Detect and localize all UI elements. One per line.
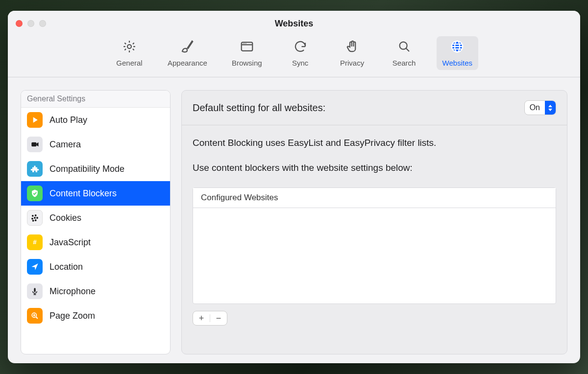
sidebar-item-microphone[interactable]: Microphone [21,279,170,304]
chevron-updown-icon [545,101,556,115]
shield-icon [27,186,43,201]
svg-point-21 [34,217,36,219]
svg-line-30 [36,317,38,319]
svg-point-5 [245,43,246,44]
select-value: On [525,103,545,112]
tab-search[interactable]: Search [385,36,424,70]
default-setting-select[interactable]: On [524,100,556,115]
svg-point-18 [35,214,37,216]
window-icon [240,39,254,56]
play-icon [27,112,43,128]
sidebar-item-camera[interactable]: Camera [21,132,170,157]
svg-marker-14 [33,117,38,123]
tab-label: Sync [292,59,308,67]
tab-browsing[interactable]: Browsing [226,36,268,70]
table-header: Configured Websites [193,188,556,208]
svg-line-7 [406,48,409,51]
sidebar-item-javascript[interactable]: # JavaScript [21,230,170,255]
svg-point-17 [32,215,34,217]
sidebar-item-label: Auto Play [49,115,87,125]
main-panel: Default setting for all websites: On Con… [181,90,567,354]
svg-text:#: # [33,238,37,246]
sidebar-item-label: Page Zoom [49,311,95,321]
svg-point-22 [35,219,37,221]
svg-point-4 [244,43,245,44]
sidebar-item-compatibility[interactable]: Compatibility Mode [21,157,170,181]
globe-icon [450,39,465,56]
tab-label: Websites [442,59,472,67]
default-setting-label: Default setting for all websites: [193,102,325,114]
sidebar-item-label: Content Blockers [49,188,117,199]
tab-label: Appearance [168,59,207,67]
sidebar-item-content-blockers[interactable]: Content Blockers [21,181,170,206]
settings-sidebar: General Settings Auto Play Camera Compat… [21,90,171,354]
svg-point-3 [243,43,244,44]
description-line-1: Content Blocking uses EasyList and EasyP… [193,136,556,150]
tab-websites[interactable]: Websites [437,36,478,70]
search-icon [397,39,412,56]
svg-marker-31 [548,105,552,107]
default-setting-row: Default setting for all websites: On [182,91,567,125]
sidebar-item-location[interactable]: Location [21,255,170,279]
sidebar-item-label: Cookies [49,213,81,223]
sidebar-item-label: Compatibility Mode [49,164,124,174]
sidebar-item-pagezoom[interactable]: Page Zoom [21,304,170,328]
description-line-2: Use content blockers with the website se… [193,161,556,175]
sidebar-item-label: Camera [49,140,81,150]
cookies-icon [27,210,43,226]
location-icon [27,259,43,275]
remove-website-button[interactable]: − [210,311,227,325]
preferences-toolbar: General Appearance Browsing Sync Privacy [8,36,580,77]
svg-point-6 [399,42,407,49]
gear-icon [122,39,137,56]
svg-point-20 [31,218,33,220]
tab-appearance[interactable]: Appearance [162,36,213,70]
sync-icon [293,39,308,56]
tab-privacy[interactable]: Privacy [333,36,372,70]
puzzle-icon [27,161,43,177]
svg-rect-26 [34,288,35,292]
paintbrush-icon [180,39,195,56]
configured-websites-table[interactable]: Configured Websites [193,187,556,304]
microphone-icon [27,283,43,299]
tab-label: Search [392,59,416,67]
table-footer: + − [193,311,556,326]
add-website-button[interactable]: + [193,311,210,325]
content-area: General Settings Auto Play Camera Compat… [8,77,580,363]
svg-rect-15 [31,142,36,146]
svg-marker-25 [31,263,38,270]
tab-label: Browsing [232,59,262,67]
sidebar-item-label: Microphone [49,286,96,297]
tab-sync[interactable]: Sync [281,36,320,70]
camera-icon [27,137,43,152]
tab-general[interactable]: General [110,36,149,70]
tab-label: General [116,59,142,67]
svg-point-23 [32,220,34,222]
sidebar-item-cookies[interactable]: Cookies [21,206,170,230]
titlebar: Websites [8,11,580,36]
svg-point-19 [36,217,38,219]
svg-point-0 [127,45,131,48]
svg-marker-32 [548,109,552,111]
tab-label: Privacy [340,59,364,67]
description-block: Content Blocking uses EasyList and EasyP… [182,125,567,186]
hand-icon [345,39,360,56]
preferences-window: Websites General Appearance Browsing Syn… [8,11,580,363]
window-title: Websites [8,19,580,29]
sidebar-item-label: JavaScript [49,237,91,248]
svg-marker-16 [36,142,38,146]
sidebar-header: General Settings [21,91,170,108]
sidebar-item-autoplay[interactable]: Auto Play [21,108,170,132]
zoom-icon [27,308,43,324]
sidebar-item-label: Location [49,262,83,272]
add-remove-stepper: + − [193,311,227,326]
hash-icon: # [27,234,43,250]
